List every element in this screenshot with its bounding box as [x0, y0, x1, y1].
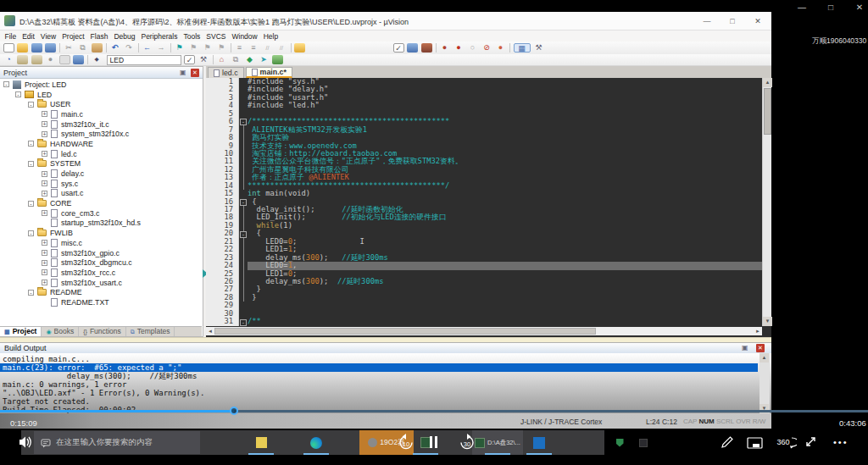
debug-magnifier-icon[interactable]: ●: [439, 43, 450, 53]
tree-expander-icon[interactable]: -: [28, 102, 34, 108]
more-options-icon[interactable]: •••: [833, 437, 849, 447]
books-icon[interactable]: [272, 55, 283, 64]
video-close-button[interactable]: ✕: [854, 3, 865, 12]
uncomment-icon[interactable]: //: [276, 43, 287, 53]
maximize-button[interactable]: □: [721, 14, 744, 28]
tree-expander-icon[interactable]: +: [42, 151, 47, 157]
tree-item-hardware[interactable]: -HARDWARE: [0, 139, 202, 149]
redo-icon[interactable]: ↷: [124, 43, 135, 53]
save-all-icon[interactable]: [45, 43, 56, 53]
tree-expander-icon[interactable]: -: [15, 91, 21, 97]
binoculars-icon[interactable]: ⌖: [92, 55, 103, 64]
tree-expander-icon[interactable]: +: [42, 210, 47, 216]
fold-marker-icon[interactable]: -: [240, 319, 247, 326]
close-button[interactable]: ✕: [746, 14, 770, 28]
options-icon[interactable]: ⌂: [216, 55, 227, 64]
fullscreen-icon[interactable]: [804, 435, 818, 449]
navigate-forward-icon[interactable]: →: [156, 43, 167, 53]
menu-peripherals[interactable]: Peripherals: [138, 32, 181, 41]
fold-marker-icon[interactable]: -: [240, 231, 247, 238]
menu-svcs[interactable]: SVCS: [203, 32, 229, 41]
tree-expander-icon[interactable]: +: [42, 260, 47, 266]
minimize-button[interactable]: —: [695, 14, 719, 28]
build-output-scrollbar[interactable]: ▲ ▼: [760, 353, 770, 413]
code-text[interactable]: #include "sys.h"#include "delay.h"#inclu…: [248, 78, 762, 326]
rotate-360-icon[interactable]: 360: [775, 435, 797, 450]
title-bar[interactable]: D:\A盘32\精英板 资料盘(A盘)\4、程序源码\2、标准例程-库函数版本\…: [0, 12, 771, 30]
tree-item-misc-c[interactable]: +misc.c: [0, 238, 202, 248]
editor-vertical-scrollbar[interactable]: ▲ ▼: [762, 78, 771, 326]
tree-expander-icon[interactable]: -: [28, 230, 34, 236]
tree-expander-icon[interactable]: +: [42, 180, 47, 186]
video-progress-bar[interactable]: [0, 410, 868, 412]
tray-app-icon[interactable]: [637, 430, 649, 455]
batch-build-icon[interactable]: ●: [45, 55, 56, 64]
manage-components-icon[interactable]: ◆: [244, 55, 255, 64]
tree-item-core-cm3-c[interactable]: +core_cm3.c: [0, 208, 202, 219]
hscroll-thumb[interactable]: [214, 328, 596, 335]
editor-horizontal-scrollbar[interactable]: ◄ ►: [206, 327, 762, 335]
tree-item-sys-c[interactable]: +sys.c: [0, 179, 202, 189]
menu-flash[interactable]: Flash: [87, 32, 111, 41]
panel-tab-functions[interactable]: {}Functions: [79, 327, 126, 336]
tree-expander-icon[interactable]: -: [28, 141, 34, 147]
tree-expander-icon[interactable]: -: [28, 290, 34, 296]
pack-installer-icon[interactable]: ➤: [259, 55, 270, 64]
menu-edit[interactable]: Edit: [19, 32, 38, 41]
bookmark-clear-icon[interactable]: ⚑: [216, 43, 227, 53]
panel-close-icon[interactable]: ✕: [191, 69, 199, 77]
breakpoint-kill-icon[interactable]: ⊘: [481, 43, 492, 53]
tree-item-system-stm32f10x-c[interactable]: +system_stm32f10x.c: [0, 129, 202, 139]
tree-item-led[interactable]: -LED: [0, 90, 202, 100]
panel-close-icon[interactable]: ✕: [756, 344, 765, 352]
tree-item-core[interactable]: -CORE: [0, 198, 202, 208]
tree-expander-icon[interactable]: +: [42, 121, 47, 127]
taskbar-keil-document-item[interactable]: D:\A盘32\...: [472, 430, 523, 455]
file-extensions-icon[interactable]: ⧉: [231, 55, 242, 64]
tree-item-user[interactable]: -USER: [0, 99, 202, 109]
menu-tools[interactable]: Tools: [181, 32, 203, 41]
panel-tab-project[interactable]: ▦Project: [0, 327, 42, 336]
debug-session-icon[interactable]: [407, 43, 418, 53]
save-icon[interactable]: [31, 43, 42, 53]
navigate-back-icon[interactable]: ←: [142, 43, 153, 53]
editor-tab-main.c[interactable]: main.c*: [246, 67, 292, 78]
flash-tools-icon[interactable]: ⚒: [198, 55, 209, 64]
window-layout-icon[interactable]: ▦: [514, 43, 531, 53]
rewind-10-button[interactable]: 10: [397, 433, 415, 452]
forward-30-button[interactable]: 30: [458, 433, 476, 452]
breakpoint-disable-icon[interactable]: ○: [467, 43, 478, 53]
tree-item-stm32f10x-it-c[interactable]: +stm32f10x_it.c: [0, 119, 202, 130]
tree-item-main-c[interactable]: +main.c: [0, 109, 202, 119]
menu-project[interactable]: Project: [59, 32, 87, 41]
tree-item-stm32f10x-rcc-c[interactable]: +stm32f10x_rcc.c: [0, 268, 202, 278]
rebuild-icon[interactable]: [31, 55, 42, 64]
tree-item-stm32f10x-dbgmcu-c[interactable]: +stm32f10x_dbgmcu.c: [0, 257, 202, 268]
tree-expander-icon[interactable]: +: [42, 131, 47, 137]
scroll-right-icon[interactable]: ►: [754, 327, 762, 335]
build-output-panel[interactable]: compiling main.c...main.c(23): error: #6…: [0, 353, 771, 413]
video-minimize-button[interactable]: —: [797, 3, 807, 12]
tray-shield-icon[interactable]: [613, 430, 626, 455]
tree-expander-icon[interactable]: +: [42, 111, 47, 117]
taskbar-stickynotes-icon[interactable]: [246, 430, 276, 455]
menu-debug[interactable]: Debug: [111, 32, 138, 41]
tree-item-readme[interactable]: -README: [0, 287, 202, 297]
annotate-pen-icon[interactable]: [721, 435, 734, 449]
tree-expander-icon[interactable]: +: [42, 171, 47, 177]
taskbar-edge-icon[interactable]: [301, 430, 331, 455]
taskbar-search-box[interactable]: 在这里输入你要搜索的内容: [34, 431, 200, 454]
scroll-up-icon[interactable]: ▲: [763, 78, 772, 87]
translate-icon[interactable]: ◔: [3, 55, 14, 64]
scroll-left-icon[interactable]: ◄: [206, 327, 214, 335]
tree-item-usart-c[interactable]: +usart.c: [0, 189, 202, 199]
menu-file[interactable]: File: [2, 32, 19, 41]
tree-expander-icon[interactable]: -: [28, 161, 34, 167]
stop-build-icon[interactable]: [59, 55, 70, 64]
bookmark-next-icon[interactable]: ⚑: [202, 43, 213, 53]
tree-expander-icon[interactable]: +: [42, 240, 47, 246]
fold-marker-icon[interactable]: -: [240, 199, 247, 206]
tree-item-stm32f10x-usart-c[interactable]: +stm32f10x_usart.c: [0, 278, 202, 288]
pin-icon[interactable]: ▣: [180, 69, 187, 76]
copy-icon[interactable]: ⧉: [77, 43, 88, 53]
